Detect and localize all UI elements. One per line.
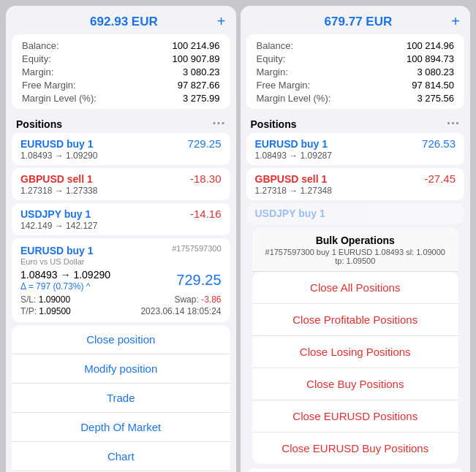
pos-value: -14.16 xyxy=(190,208,222,220)
bulk-action-button[interactable]: Close Profitable Positions xyxy=(252,304,459,336)
stats-label: Margin Level (%): xyxy=(257,93,331,104)
right-positions-dots[interactable]: ··· xyxy=(447,116,460,132)
stats-row: Equity:100 894.73 xyxy=(257,52,455,65)
stats-label: Balance: xyxy=(22,40,59,51)
stats-row: Margin:3 080.23 xyxy=(22,65,220,78)
stats-row: Margin Level (%):3 275.99 xyxy=(22,91,220,104)
detail-name: EURUSD buy 1 xyxy=(20,245,94,256)
stats-label: Balance: xyxy=(257,40,294,51)
left-panel-title: 692.93 EUR xyxy=(31,15,217,29)
swap-label: Swap: -3.86 xyxy=(121,294,221,305)
bulk-action-button[interactable]: Close EURUSD Buy Positions xyxy=(252,433,459,464)
stats-row: Balance:100 214.96 xyxy=(257,39,455,52)
pos-range: 1.08493 → 1.09290 xyxy=(20,151,222,161)
detail-id: #1757597300 xyxy=(172,244,221,253)
stats-value: 3 275.99 xyxy=(183,93,220,104)
stats-row: Margin:3 080.23 xyxy=(257,65,455,78)
detail-value: 729.25 xyxy=(176,272,221,289)
pos-range: 142.149 → 142.127 xyxy=(20,221,222,231)
pos-value: -27.45 xyxy=(424,172,456,185)
position-item[interactable]: GBPUSD sell 1 -27.45 1.27318 → 1.27348 xyxy=(246,168,465,200)
left-action-list: Close positionModify positionTradeDepth … xyxy=(12,325,230,472)
position-item[interactable]: USDJPY buy 1 -14.16 142.149 → 142.127 xyxy=(12,203,230,235)
action-button[interactable]: Chart xyxy=(12,442,230,471)
detail-grid: S/L: 1.09000 Swap: -3.86 T/P: 1.09500 20… xyxy=(20,294,222,316)
bulk-action-button[interactable]: Close All Positions xyxy=(252,272,459,304)
detail-price: 1.08493 → 1.09290 xyxy=(20,269,110,281)
left-panel-header: 692.93 EUR + xyxy=(6,6,236,34)
bulk-action-button[interactable]: Close Buy Positions xyxy=(252,368,459,400)
stats-value: 3 080.23 xyxy=(183,66,220,77)
stats-value: 97 827.66 xyxy=(178,80,220,91)
pos-value: 726.53 xyxy=(422,137,456,150)
right-panel-title: 679.77 EUR xyxy=(265,15,452,29)
pos-range: 1.27318 → 1.27348 xyxy=(255,186,456,196)
action-button[interactable]: Modify position xyxy=(12,354,230,384)
position-item[interactable]: USDJPY buy 1 xyxy=(246,203,465,224)
stats-label: Equity: xyxy=(257,53,286,64)
stats-row: Equity:100 907.89 xyxy=(22,52,220,65)
stats-value: 3 275.56 xyxy=(417,93,454,104)
pos-name: GBPUSD sell 1 xyxy=(20,173,93,185)
stats-value: 100 894.73 xyxy=(407,53,454,64)
pos-value: 729.25 xyxy=(188,137,222,150)
left-positions-dots[interactable]: ··· xyxy=(212,116,225,132)
pos-value: -18.30 xyxy=(190,172,222,185)
action-button[interactable]: Close position xyxy=(12,325,230,354)
right-panel-header: 679.77 EUR + xyxy=(241,6,471,34)
stats-label: Free Margin: xyxy=(257,80,311,91)
pos-name: EURUSD buy 1 xyxy=(255,138,328,150)
stats-label: Margin Level (%): xyxy=(22,93,97,104)
cancel-button[interactable]: Cancel xyxy=(246,468,465,472)
stats-value: 100 214.96 xyxy=(172,40,219,51)
right-positions-header: Positions ··· xyxy=(241,113,471,133)
stats-label: Margin: xyxy=(257,66,288,77)
action-button[interactable]: Trade xyxy=(12,384,230,413)
sl-label: S/L: 1.09000 xyxy=(20,294,120,305)
left-add-button[interactable]: + xyxy=(217,13,226,30)
pos-name: EURUSD buy 1 xyxy=(20,138,94,150)
bulk-modal: Bulk Operations #1757597300 buy 1 EURUSD… xyxy=(252,227,459,464)
stats-label: Margin: xyxy=(22,66,53,77)
stats-row: Free Margin:97 827.66 xyxy=(22,78,220,91)
stats-label: Free Margin: xyxy=(22,80,76,91)
left-positions-header: Positions ··· xyxy=(6,113,236,133)
stats-value: 3 080.23 xyxy=(417,66,454,77)
bulk-action-button[interactable]: Close Losing Positions xyxy=(252,336,459,368)
bulk-header: Bulk Operations #1757597300 buy 1 EURUSD… xyxy=(252,227,459,272)
bulk-action-button[interactable]: Close EURUSD Positions xyxy=(252,400,459,433)
pos-range: 1.27318 → 1.27338 xyxy=(20,186,222,196)
right-positions-label: Positions xyxy=(251,118,297,130)
action-button[interactable]: Depth Of Market xyxy=(12,413,230,442)
stats-row: Margin Level (%):3 275.56 xyxy=(257,91,455,104)
position-item[interactable]: EURUSD buy 1 729.25 1.08493 → 1.09290 xyxy=(12,133,230,165)
stats-value: 97 814.50 xyxy=(412,80,454,91)
right-panel: 679.77 EUR + Balance:100 214.96Equity:10… xyxy=(241,6,471,472)
position-item[interactable]: GBPUSD sell 1 -18.30 1.27318 → 1.27338 xyxy=(12,168,230,200)
left-positions-label: Positions xyxy=(16,118,62,130)
detail-delta: Δ = 797 (0.73%) ^ xyxy=(20,281,110,292)
left-panel: 692.93 EUR + Balance:100 214.96Equity:10… xyxy=(6,6,236,472)
bulk-title: Bulk Operations xyxy=(261,235,450,246)
stats-value: 100 907.89 xyxy=(172,53,219,64)
right-stats: Balance:100 214.96Equity:100 894.73Margi… xyxy=(246,34,465,109)
position-item[interactable]: EURUSD buy 1 726.53 1.08493 → 1.09287 xyxy=(246,133,465,165)
left-detail-card: EURUSD buy 1 #1757597300 Euro vs US Doll… xyxy=(12,238,230,322)
stats-row: Free Margin:97 814.50 xyxy=(257,78,455,91)
pos-name: GBPUSD sell 1 xyxy=(255,173,328,185)
stats-row: Balance:100 214.96 xyxy=(22,39,220,52)
bulk-subtitle: #1757597300 buy 1 EURUSD 1.08493 sl: 1.0… xyxy=(261,248,450,265)
bulk-actions-list: Close All PositionsClose Profitable Posi… xyxy=(252,272,459,464)
detail-subtitle: Euro vs US Dollar xyxy=(20,257,222,266)
date-value: 2023.06.14 18:05:24 xyxy=(121,306,221,316)
tp-label: T/P: 1.09500 xyxy=(20,306,120,316)
pos-name: USDJPY buy 1 xyxy=(255,208,325,219)
left-stats: Balance:100 214.96Equity:100 907.89Margi… xyxy=(12,34,230,109)
pos-name: USDJPY buy 1 xyxy=(20,208,91,220)
stats-label: Equity: xyxy=(22,53,51,64)
stats-value: 100 214.96 xyxy=(407,40,454,51)
pos-range: 1.08493 → 1.09287 xyxy=(255,151,456,161)
right-add-button[interactable]: + xyxy=(451,13,460,30)
bulk-modal-container: Bulk Operations #1757597300 buy 1 EURUSD… xyxy=(246,227,465,472)
